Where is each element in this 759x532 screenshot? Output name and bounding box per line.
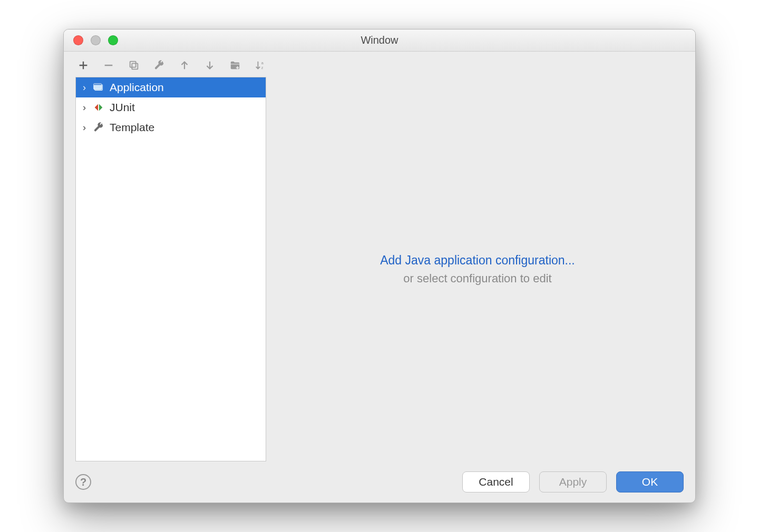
- chevron-right-icon: ›: [81, 122, 87, 133]
- arrow-up-icon[interactable]: [178, 58, 191, 72]
- svg-text:z: z: [261, 65, 264, 70]
- ok-button[interactable]: OK: [616, 471, 684, 492]
- detail-pane: Add Java application configuration... or…: [271, 77, 684, 461]
- junit-icon: [93, 102, 104, 113]
- detail-hint: or select configuration to edit: [403, 272, 551, 285]
- apply-button: Apply: [539, 471, 607, 492]
- svg-rect-4: [130, 62, 136, 67]
- wrench-icon: [93, 122, 104, 133]
- chevron-right-icon: ›: [81, 82, 87, 93]
- tree-item-label: Application: [110, 81, 164, 94]
- svg-rect-14: [94, 84, 102, 85]
- close-window-button[interactable]: [73, 35, 83, 45]
- svg-marker-15: [95, 104, 98, 111]
- svg-rect-3: [132, 63, 138, 69]
- zoom-window-button[interactable]: [108, 35, 118, 45]
- content-area: › Application › JUnit ›: [75, 77, 684, 461]
- config-toolbar: az: [75, 57, 684, 77]
- svg-text:a: a: [261, 61, 264, 65]
- tree-item-junit[interactable]: › JUnit: [76, 97, 266, 117]
- help-button[interactable]: ?: [75, 474, 91, 490]
- dialog-footer: ? Cancel Apply OK: [64, 461, 695, 503]
- window-controls: [64, 35, 118, 45]
- titlebar: Window: [64, 29, 695, 52]
- application-icon: [93, 82, 104, 93]
- config-tree[interactable]: › Application › JUnit ›: [75, 77, 266, 461]
- add-java-config-link[interactable]: Add Java application configuration...: [380, 253, 575, 268]
- minimize-window-button[interactable]: [91, 35, 101, 45]
- svg-marker-16: [99, 104, 102, 111]
- wrench-icon[interactable]: [152, 58, 166, 72]
- tree-item-template[interactable]: › Template: [76, 117, 266, 137]
- arrow-down-icon[interactable]: [203, 58, 217, 72]
- add-icon[interactable]: [76, 58, 90, 72]
- chevron-right-icon: ›: [81, 102, 87, 113]
- sort-az-icon[interactable]: az: [254, 58, 267, 72]
- copy-icon[interactable]: [127, 58, 141, 72]
- run-config-dialog: Window az: [63, 29, 696, 503]
- cancel-button[interactable]: Cancel: [462, 471, 530, 492]
- tree-item-application[interactable]: › Application: [76, 77, 266, 97]
- folder-plus-icon[interactable]: [228, 58, 242, 72]
- dialog-body: az › Application › JUnit: [64, 52, 695, 461]
- tree-item-label: Template: [110, 121, 154, 134]
- remove-icon[interactable]: [102, 58, 115, 72]
- tree-item-label: JUnit: [110, 101, 135, 114]
- window-title: Window: [64, 34, 695, 46]
